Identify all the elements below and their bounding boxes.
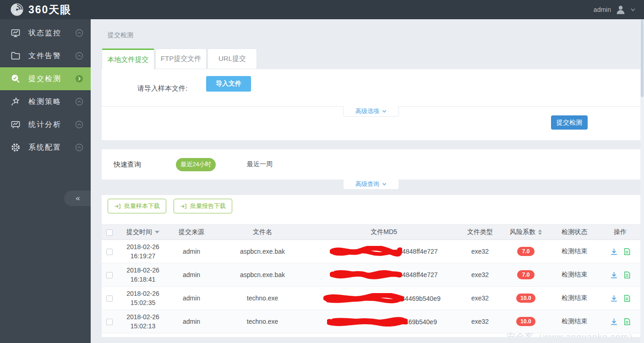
tab-ftp-submit[interactable]: FTP提交文件	[155, 49, 207, 69]
sidebar-item-statistics[interactable]: 统计分析	[0, 113, 91, 136]
download-icon[interactable]	[610, 271, 618, 279]
batch-report-download-button[interactable]: 批量报告下载	[174, 199, 232, 213]
user-menu-chevron-icon[interactable]	[630, 7, 636, 12]
advanced-query-toggle[interactable]: 高级查询	[343, 179, 399, 190]
download-icon[interactable]	[610, 294, 618, 302]
download-icon[interactable]	[610, 318, 618, 326]
detection-status: 检测结束	[549, 240, 600, 263]
sidebar-item-file-alerts[interactable]: 文件告警	[0, 44, 91, 67]
col-submit-time[interactable]: 提交时间	[117, 225, 169, 240]
sidebar-item-detection-policy[interactable]: 检测策略	[0, 90, 91, 113]
chevron-up-circle-icon	[75, 143, 83, 152]
monitor-chart-icon	[10, 27, 21, 38]
sidebar-item-submit-detection[interactable]: 提交检测	[0, 67, 91, 90]
submit-detection-button[interactable]: 提交检测	[551, 115, 588, 130]
row-checkbox[interactable]	[106, 295, 113, 302]
submit-time: 16:19:27	[117, 251, 169, 261]
risk-score-badge: 10.0	[516, 294, 535, 303]
redaction-scribble	[327, 316, 408, 327]
folder-icon	[10, 50, 21, 61]
search-check-icon	[10, 73, 21, 84]
redaction-scribble	[330, 246, 402, 257]
filetype: exe32	[457, 240, 503, 263]
submit-date: 2018-02-26	[117, 266, 169, 275]
sidebar-item-label: 文件告警	[28, 51, 75, 61]
batch-sample-download-button[interactable]: 批量样本下载	[108, 199, 166, 213]
col-submit-source: 提交来源	[169, 225, 214, 240]
batch-report-download-label: 批量报告下载	[190, 202, 226, 210]
col-operations: 操作	[600, 225, 640, 240]
tab-url-submit[interactable]: URL提交	[207, 49, 257, 69]
risk-score-badge: 7.0	[517, 270, 535, 279]
tab-local-file-submit[interactable]: 本地文件提交	[102, 49, 154, 69]
quick-query-label: 快速查询	[114, 160, 141, 169]
filter-last-week[interactable]: 最近一周	[247, 160, 273, 169]
tab-bar: 本地文件提交 FTP提交文件 URL提交	[102, 49, 640, 69]
chevron-down-icon	[382, 182, 387, 186]
risk-score-badge: 7.0	[517, 247, 535, 256]
detection-status: 检测结束	[549, 287, 600, 310]
sidebar-item-label: 统计分析	[28, 120, 75, 130]
row-checkbox[interactable]	[106, 319, 113, 325]
filetype: exe32	[457, 287, 503, 310]
submit-time: 15:02:13	[117, 321, 169, 331]
sidebar-item-system-config[interactable]: 系统配置	[0, 136, 91, 159]
star-wand-icon	[10, 96, 21, 107]
import-file-button[interactable]: 导入文件	[206, 76, 251, 92]
redaction-scribble	[323, 293, 404, 304]
import-sample-label: 请导入样本文件:	[137, 81, 187, 96]
advanced-options-toggle[interactable]: 高级选项	[343, 106, 399, 117]
user-avatar-icon[interactable]	[616, 5, 626, 15]
advanced-query-label: 高级查询	[355, 180, 379, 188]
batch-sample-download-label: 批量样本下载	[124, 202, 160, 210]
advanced-options-label: 高级选项	[355, 107, 379, 115]
report-icon[interactable]	[623, 271, 631, 279]
export-icon	[114, 203, 121, 210]
filename: techno.exe	[214, 287, 311, 310]
row-checkbox[interactable]	[106, 249, 113, 255]
gear-icon	[10, 142, 21, 153]
filename: aspbcn.exe.bak	[214, 263, 311, 287]
submit-date: 2018-02-26	[117, 312, 169, 321]
submit-source: admin	[169, 310, 214, 333]
results-table: 提交时间 提交来源 文件名 文件MD5 文件类型 风险系数 检测状态 操作 20…	[102, 224, 640, 333]
select-all-checkbox[interactable]	[106, 229, 113, 236]
sidebar-item-label: 系统配置	[28, 143, 75, 152]
table-row: 2018-02-2616:18:41 admin aspbcn.exe.bak …	[102, 263, 640, 287]
download-icon[interactable]	[610, 248, 618, 256]
sidebar-item-label: 检测策略	[28, 97, 75, 107]
report-icon[interactable]	[623, 294, 631, 302]
report-icon[interactable]	[623, 318, 631, 326]
detection-status: 检测结束	[549, 310, 600, 333]
username[interactable]: admin	[594, 6, 611, 13]
row-checkbox[interactable]	[106, 272, 113, 278]
col-status: 检测状态	[549, 225, 600, 240]
upload-panel: 请导入样本文件: 导入文件 高级选项 提交检测	[102, 69, 640, 140]
export-icon	[180, 203, 187, 210]
submit-date: 2018-02-26	[117, 242, 169, 251]
radar-logo-icon	[10, 3, 24, 16]
file-md5: 4469b540e9	[331, 316, 437, 327]
scrollbar-thumb[interactable]	[641, 19, 644, 97]
file-md5: 094848ff4e727	[330, 269, 437, 280]
table-row: 2018-02-2615:02:13 admin techno.exe 4469…	[102, 310, 640, 333]
chart-board-icon	[10, 119, 21, 130]
chevron-up-circle-icon	[75, 29, 83, 37]
chevron-up-circle-icon	[75, 120, 83, 129]
sidebar-item-status-monitor[interactable]: 状态监控	[0, 22, 91, 44]
breadcrumb: 提交检测	[108, 31, 644, 39]
main-content: 提交检测 本地文件提交 FTP提交文件 URL提交 请导入样本文件: 导入文件 …	[91, 19, 644, 343]
filter-last-24h[interactable]: 最近24小时	[176, 158, 216, 171]
col-filetype: 文件类型	[457, 225, 503, 240]
table-row: 2018-02-2616:19:27 admin aspbcn.exe.bak …	[102, 240, 640, 263]
page-scrollbar[interactable]	[640, 19, 644, 343]
report-icon[interactable]	[623, 248, 631, 256]
detection-status: 检测结束	[549, 263, 600, 287]
filetype: exe32	[457, 310, 503, 333]
brand: 360天眼	[0, 3, 71, 17]
sidebar-collapse-button[interactable]: «	[64, 191, 91, 206]
col-risk[interactable]: 风险系数	[503, 225, 549, 240]
sidebar-item-label: 状态监控	[28, 28, 75, 38]
risk-score-badge: 10.0	[516, 317, 535, 326]
submit-source: admin	[169, 263, 214, 287]
